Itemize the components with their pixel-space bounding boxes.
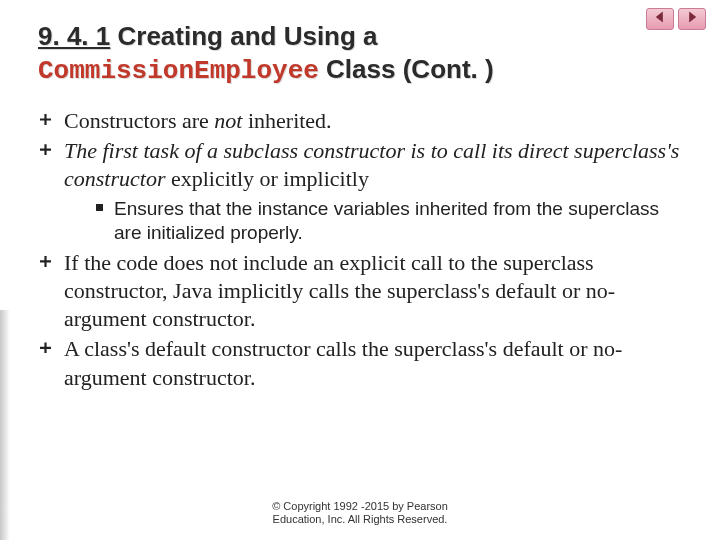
decorative-shadow [0,310,10,540]
svg-marker-1 [689,11,696,22]
bullet-text: explicitly or implicitly [165,166,368,191]
prev-button[interactable] [646,8,674,30]
arrow-right-icon [685,10,699,28]
title-pre: Creating and Using a [118,21,378,51]
list-item: Constructors are not inherited. [38,107,690,135]
bullet-list: Constructors are not inherited. The firs… [38,107,690,392]
copyright-notice: © Copyright 1992 -2015 by Pearson Educat… [0,500,720,526]
next-button[interactable] [678,8,706,30]
svg-marker-0 [656,11,663,22]
copyright-line1: © Copyright 1992 -2015 by Pearson [272,500,448,512]
sub-list: Ensures that the instance variables inhe… [64,197,690,245]
copyright-line2: Education, Inc. All Rights Reserved. [273,513,448,525]
bullet-text: Constructors are [64,108,214,133]
bullet-text: A class's default constructor calls the … [64,336,622,389]
list-item: Ensures that the instance variables inhe… [96,197,690,245]
list-item: The first task of a subclass constructor… [38,137,690,245]
list-item: If the code does not include an explicit… [38,249,690,333]
bullet-text-em: not [214,108,242,133]
list-item: A class's default constructor calls the … [38,335,690,391]
title-number: 9. 4. 1 [38,21,110,51]
sub-bullet-text: Ensures that the instance variables inhe… [114,198,659,243]
bullet-text: If the code does not include an explicit… [64,250,615,331]
slide-content: Constructors are not inherited. The firs… [38,107,690,392]
bullet-text: inherited. [242,108,331,133]
slide-title: 9. 4. 1 Creating and Using a CommissionE… [38,20,690,87]
nav-controls [646,8,706,30]
title-code: CommissionEmployee [38,56,319,86]
arrow-left-icon [653,10,667,28]
title-post: Class (Cont. ) [326,54,494,84]
bullet-text-em: The first task of a subclass constructor… [64,138,679,191]
slide-container: 9. 4. 1 Creating and Using a CommissionE… [0,0,720,540]
